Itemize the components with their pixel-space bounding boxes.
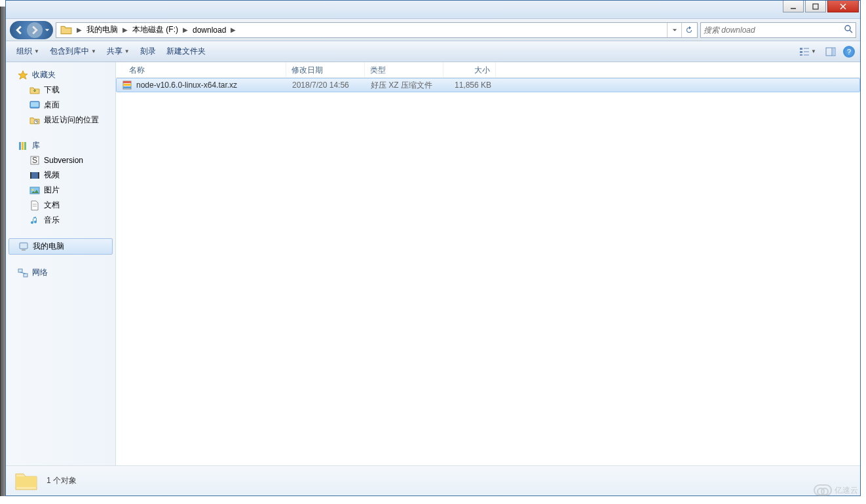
computer-icon (18, 242, 29, 252)
column-headers: 名称 修改日期 类型 大小 (116, 62, 860, 78)
address-bar: ▶ 我的电脑 ▶ 本地磁盘 (F:) ▶ download ▶ (6, 19, 860, 41)
close-button[interactable] (827, 1, 859, 12)
chevron-right-icon[interactable]: ▶ (121, 26, 130, 33)
nav-buttons (10, 21, 53, 39)
sidebar-item-downloads[interactable]: 下载 (6, 82, 115, 98)
download-icon (29, 85, 40, 96)
help-button[interactable]: ? (843, 46, 855, 58)
col-size[interactable]: 大小 (443, 62, 496, 77)
svg-rect-18 (19, 142, 21, 150)
maximize-button[interactable] (805, 1, 826, 12)
chevron-right-icon[interactable]: ▶ (75, 26, 84, 33)
sidebar-item-documents[interactable]: 文档 (6, 198, 115, 213)
picture-icon (29, 185, 40, 196)
file-row[interactable]: node-v10.6.0-linux-x64.tar.xz 2018/7/20 … (116, 78, 860, 92)
video-icon (29, 170, 40, 181)
col-date[interactable]: 修改日期 (286, 62, 365, 77)
sidebar-label: 视频 (44, 170, 60, 181)
sidebar-label: 音乐 (44, 215, 60, 226)
sidebar-label: 最近访问的位置 (44, 115, 99, 126)
breadcrumb-drive[interactable]: 本地磁盘 (F:) (130, 24, 181, 35)
forward-button[interactable] (27, 22, 43, 38)
include-library-button[interactable]: 包含到库中▼ (45, 43, 102, 60)
path-box[interactable]: ▶ 我的电脑 ▶ 本地磁盘 (F:) ▶ download ▶ (56, 22, 698, 38)
sidebar-item-network[interactable]: 网络 (6, 265, 115, 280)
star-icon (18, 70, 28, 81)
path-dropdown[interactable] (667, 23, 681, 37)
organize-button[interactable]: 组织▼ (11, 43, 45, 60)
favorites-header[interactable]: 收藏夹 (6, 67, 115, 82)
svg-rect-20 (24, 142, 26, 150)
sidebar-label: 图片 (44, 185, 60, 196)
file-date: 2018/7/20 14:56 (287, 81, 366, 90)
body: 收藏夹 下载 桌面 最近访问的位置 库 (6, 62, 860, 465)
svg-rect-37 (123, 84, 131, 86)
status-text: 1 个对象 (47, 475, 77, 486)
svg-rect-19 (22, 142, 24, 150)
sidebar-item-video[interactable]: 视频 (6, 168, 115, 183)
svg-rect-1 (813, 4, 818, 9)
breadcrumb-computer[interactable]: 我的电脑 (84, 24, 121, 35)
sidebar-label: 桌面 (44, 99, 60, 111)
search-input[interactable] (704, 26, 844, 35)
file-name-cell: node-v10.6.0-linux-x64.tar.xz (117, 80, 287, 90)
document-icon (29, 200, 40, 211)
share-button[interactable]: 共享▼ (102, 43, 135, 60)
sidebar-label: 网络 (32, 267, 48, 278)
history-dropdown[interactable] (43, 27, 52, 33)
sidebar-item-computer[interactable]: 我的电脑 (9, 238, 113, 255)
desktop-icon (29, 100, 40, 111)
svn-icon: S (29, 155, 40, 166)
svg-line-5 (850, 30, 852, 33)
explorer-window: ▶ 我的电脑 ▶ 本地磁盘 (F:) ▶ download ▶ 组织▼ 包含到库… (5, 0, 861, 496)
svg-line-34 (20, 272, 26, 274)
new-folder-button[interactable]: 新建文件夹 (161, 43, 211, 60)
svg-rect-32 (18, 269, 22, 272)
archive-icon (122, 80, 132, 90)
music-icon (29, 215, 40, 226)
toolbar: 组织▼ 包含到库中▼ 共享▼ 刻录 新建文件夹 ▼ ? (6, 41, 860, 62)
view-mode-button[interactable]: ▼ (795, 45, 821, 58)
libraries-group: 库 S Subversion 视频 图片 文档 (6, 138, 115, 228)
chevron-right-icon[interactable]: ▶ (181, 26, 190, 33)
svg-rect-33 (24, 274, 28, 277)
host-window-edge (0, 7, 5, 496)
libraries-label: 库 (32, 140, 40, 151)
col-type[interactable]: 类型 (365, 62, 443, 77)
recent-icon (29, 115, 40, 126)
watermark-logo-icon (814, 484, 832, 496)
breadcrumb-folder[interactable]: download (190, 26, 229, 35)
sidebar-item-recent[interactable]: 最近访问的位置 (6, 113, 115, 128)
file-list[interactable]: node-v10.6.0-linux-x64.tar.xz 2018/7/20 … (116, 78, 860, 465)
sidebar-label: 文档 (44, 200, 60, 211)
svg-rect-31 (22, 249, 26, 251)
search-icon[interactable] (844, 24, 853, 35)
titlebar (6, 1, 860, 19)
sidebar-item-desktop[interactable]: 桌面 (6, 98, 115, 113)
burn-button[interactable]: 刻录 (135, 43, 161, 60)
svg-rect-14 (833, 48, 835, 55)
sidebar-item-subversion[interactable]: S Subversion (6, 153, 115, 168)
file-type: 好压 XZ 压缩文件 (366, 80, 444, 91)
sidebar-item-pictures[interactable]: 图片 (6, 183, 115, 198)
search-box[interactable] (700, 22, 856, 38)
sidebar-item-music[interactable]: 音乐 (6, 213, 115, 228)
sidebar-label: Subversion (44, 156, 83, 165)
svg-rect-30 (20, 243, 28, 249)
svg-rect-16 (31, 102, 39, 107)
svg-rect-38 (123, 86, 131, 88)
chevron-right-icon[interactable]: ▶ (229, 26, 238, 33)
preview-pane-button[interactable] (821, 45, 840, 58)
col-name[interactable]: 名称 (116, 62, 286, 77)
libraries-header[interactable]: 库 (6, 138, 115, 153)
preview-pane-icon (825, 47, 836, 56)
favorites-group: 收藏夹 下载 桌面 最近访问的位置 (6, 67, 115, 128)
minimize-button[interactable] (783, 1, 804, 12)
refresh-button[interactable] (681, 23, 696, 37)
computer-group: 我的电脑 (6, 238, 115, 255)
svg-rect-8 (800, 54, 802, 56)
back-button[interactable] (11, 22, 27, 38)
sidebar-label: 下载 (44, 84, 60, 96)
network-group: 网络 (6, 265, 115, 280)
watermark-text: 亿速云 (835, 485, 858, 496)
